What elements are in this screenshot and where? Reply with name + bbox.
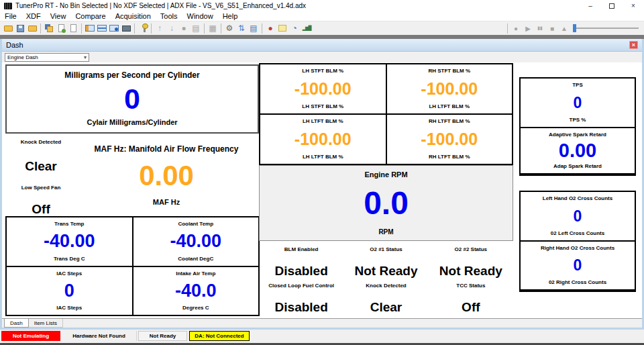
gauge-value: -40.00 [133, 231, 259, 252]
import-table-icon[interactable]: ▤ [248, 23, 260, 34]
gauge-title: LH LTFT BLM % [260, 118, 386, 125]
app-icon [4, 3, 12, 9]
gauge-title: Left Hand O2 Cross Counts [521, 195, 635, 202]
data-view-icon[interactable] [108, 23, 120, 34]
playback-slider[interactable] [573, 23, 639, 33]
split-view-icon[interactable] [96, 23, 108, 34]
menu-file[interactable]: File [0, 12, 21, 20]
gauge-value: 0 [7, 83, 258, 115]
gauge-title: BLM Enabled [259, 246, 343, 253]
eject-button-icon[interactable]: ▲ [558, 23, 570, 34]
gauge-value: Disabled [259, 264, 343, 279]
gauge-title: Knock Detected [343, 283, 428, 289]
download-icon[interactable]: ↓ [166, 23, 178, 34]
new-document-icon[interactable] [67, 23, 79, 34]
dash-close-button[interactable]: × [629, 41, 638, 49]
menu-bar: File XDF View Compare Acquisition Tools … [0, 11, 644, 21]
gauge-title: Right Hand O2 Cross Counts [521, 245, 635, 252]
gauge-coolant-temp: Coolant Temp -40.00 Coolant DegC [133, 217, 259, 266]
upload-icon[interactable]: ↑ [154, 23, 166, 34]
record-log-icon[interactable]: ● [264, 23, 276, 34]
pause-button-icon[interactable]: ▮▮ [534, 23, 546, 34]
checksum-icon[interactable] [55, 23, 67, 34]
transport-controls: ● ▶ ▮▮ ■ ▲ [505, 23, 644, 34]
gauge-value: Off [7, 202, 74, 217]
play-button-icon[interactable]: ▶ [522, 23, 534, 34]
gauge-value: -100.00 [387, 79, 513, 99]
monitor-view-icon[interactable] [120, 23, 132, 34]
minimize-button[interactable]: – [580, 0, 601, 11]
folder-icon [4, 26, 13, 32]
menu-help[interactable]: Help [218, 12, 243, 20]
parameter-tree-icon[interactable] [84, 23, 96, 34]
compare-bins-icon[interactable] [43, 23, 55, 34]
gauge-o2-right-cross: Right Hand O2 Cross Counts 0 02 Right Cr… [521, 242, 635, 289]
toolbar-separator [262, 23, 262, 34]
gauge-value: 0 [521, 94, 635, 112]
menu-tools[interactable]: Tools [156, 12, 182, 20]
status-ready: Not Ready [138, 331, 187, 341]
gauge-label: IAC Steps [7, 305, 132, 311]
gauge-label: 02 Left Cross Counts [521, 230, 635, 237]
gauge-label: RPM [260, 228, 513, 236]
verify-icon[interactable]: ● [178, 23, 190, 34]
gauge-adaptive-spark: Adaptive Spark Retard 0.00 Adap Spark Re… [521, 128, 635, 173]
save-icon[interactable] [14, 23, 26, 34]
notes-icon[interactable] [276, 23, 288, 34]
settings-gears-icon[interactable]: ⚙ [223, 23, 235, 34]
gauge-o2-2-status: O2 #2 Status Not Ready [429, 245, 513, 281]
gauge-maf: MAF Hz: Manifold Air Flow Frequency 0.00… [72, 144, 261, 206]
menu-xdf[interactable]: XDF [21, 12, 46, 20]
open-file-icon[interactable] [2, 23, 14, 34]
toolbar-separator [204, 23, 205, 34]
copy-pages-icon[interactable]: ▤ [190, 23, 202, 34]
dash-selector-dropdown[interactable]: Engine Dash ▾ [5, 53, 89, 62]
menu-compare[interactable]: Compare [70, 12, 110, 20]
close-button[interactable]: × [623, 0, 644, 11]
gauge-closed-loop: Closed Loop Fuel Control Disabled [259, 281, 343, 317]
checksum-doc-icon [58, 24, 64, 32]
gauge-value: 0 [521, 256, 635, 275]
chart-icon[interactable]: ▂▆█ [301, 23, 313, 34]
gauge-status-grid: BLM Enabled Disabled O2 #1 Status Not Re… [259, 245, 513, 317]
gauge-value: Clear [7, 159, 74, 174]
slider-thumb[interactable] [573, 24, 576, 32]
gauge-title: TCC Status [429, 283, 513, 289]
menu-view[interactable]: View [46, 12, 71, 20]
sync-arrows-icon[interactable]: ⇅ [235, 23, 248, 34]
toolbar-separator [507, 23, 508, 34]
slider-track [573, 28, 639, 29]
maximize-button[interactable] [601, 0, 623, 11]
gauge-value: Clear [343, 300, 428, 315]
gauge-blm-grid: LH STFT BLM % -100.00 LH STFT BLM % RH S… [259, 63, 513, 165]
gauge-label: Adap Spark Retard [521, 163, 635, 170]
globe-clock-icon[interactable]: ◔ [288, 23, 301, 34]
gauge-title: MAF Hz: Manifold Air Flow Frequency [72, 144, 261, 154]
gauge-trans-temp: Trans Temp -40.00 Trans Deg C [7, 217, 132, 266]
gauge-title: Milligrams per Second per Cylinder [7, 70, 258, 80]
gauge-title: RH STFT BLM % [387, 68, 513, 75]
dash-selector-value: Engine Dash [7, 54, 84, 60]
dash-toolbar: Engine Dash ▾ [2, 52, 642, 62]
menu-acquisition[interactable]: Acquisition [111, 12, 156, 20]
stop-button-icon[interactable]: ■ [546, 23, 558, 34]
status-hardware: Hardware Not Found [62, 331, 137, 341]
status-bar: Not Emulating Hardware Not Found Not Rea… [0, 330, 644, 343]
gauge-tps-spark-stack: TPS 0 TPS % Adaptive Spark Retard 0.00 A… [519, 77, 636, 176]
window-panel-icon [85, 25, 95, 32]
tab-item-lists[interactable]: Item Lists [29, 319, 63, 328]
title-bar: TunerPro RT - No Bin Selected | No XDF S… [0, 0, 644, 11]
dash-window: Dash × Engine Dash ▾ Milligrams per Seco… [0, 39, 644, 330]
emulator-probe-icon[interactable] [137, 23, 149, 34]
tab-dash[interactable]: Dash [4, 319, 29, 328]
open-recent-icon[interactable] [26, 23, 38, 34]
chip-icon[interactable]: ▦ [207, 23, 219, 34]
record-button-icon[interactable]: ● [510, 23, 522, 34]
gauge-label: Degrees C [133, 305, 259, 311]
gauge-rh-stft: RH STFT BLM % -100.00 LH LTFT BLM % [387, 64, 513, 113]
gauge-title: LH STFT BLM % [260, 68, 386, 75]
menu-window[interactable]: Window [182, 12, 218, 20]
gauge-title: O2 #2 Status [429, 246, 513, 253]
gauge-title: TPS [521, 82, 635, 89]
gauge-cylair: Milligrams per Second per Cylinder 0 Cyl… [5, 64, 259, 134]
